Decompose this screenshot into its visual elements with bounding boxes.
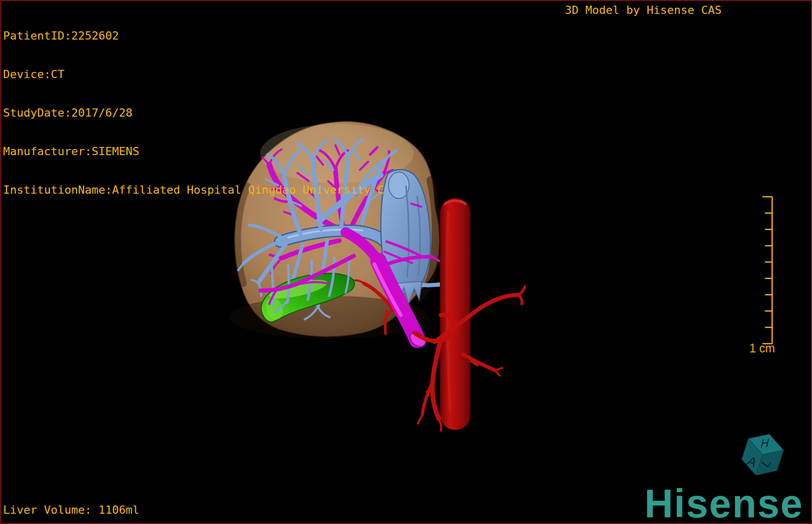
mesenteric-branch (432, 340, 440, 418)
dicom-overlay-top-left: PatientID:2252602 Device:CT StudyDate:20… (3, 4, 384, 222)
scale-bar-label: 1 cm (745, 342, 780, 355)
scale-bar (756, 193, 777, 347)
device-line: Device:CT (3, 68, 384, 81)
hisense-wordmark: Hisense (644, 484, 803, 523)
institution-line: InstitutionName:Affiliated Hospital Qing… (3, 183, 384, 196)
patient-id-line: PatientID:2252602 (3, 29, 384, 42)
hisense-cube-logo: H A L (727, 423, 799, 487)
liver-volume-readout: Liver Volume: 1106ml (3, 503, 139, 516)
manufacturer-line: Manufacturer:SIEMENS (3, 145, 384, 158)
viewer-window: PatientID:2252602 Device:CT StudyDate:20… (0, 0, 812, 524)
viewer-title: 3D Model by Hisense CAS (565, 4, 722, 16)
study-date-line: StudyDate:2017/6/28 (3, 106, 384, 119)
scale-bar-ticks (763, 197, 772, 344)
vein-confluence-knob (389, 172, 409, 199)
